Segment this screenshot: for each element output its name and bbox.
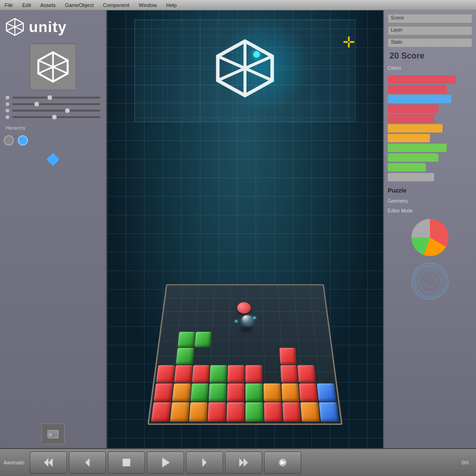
slider-thumb-3[interactable]	[65, 108, 70, 113]
svg-marker-19	[162, 458, 170, 468]
block-44	[227, 383, 245, 402]
menu-assets[interactable]: Assets	[39, 1, 58, 9]
scene-unity-logo-icon	[215, 38, 275, 99]
center-panel: ✛	[107, 10, 383, 448]
color-bar-2	[388, 95, 451, 103]
slider-track-4[interactable]	[12, 116, 100, 118]
block-49	[317, 383, 337, 402]
slider-thumb-4[interactable]	[52, 115, 57, 119]
menu-gameobject[interactable]: GameObject	[63, 1, 96, 9]
svg-marker-20	[203, 458, 207, 467]
color-bar-7	[388, 144, 447, 152]
block-16	[262, 331, 278, 347]
menu-help[interactable]: Help	[164, 1, 178, 9]
block-32	[192, 365, 210, 383]
unity-logo-area: unity	[4, 14, 102, 40]
block-8	[294, 316, 311, 331]
block-7	[278, 316, 294, 331]
right-field-layer[interactable]: Layer	[388, 26, 472, 35]
block-59	[319, 403, 339, 422]
toolbar-btn-forward-all[interactable]	[225, 451, 262, 474]
block-58	[301, 403, 320, 422]
game-board-container	[147, 248, 343, 425]
puzzle-section-title: Puzzle	[388, 185, 472, 195]
block-38	[298, 365, 316, 383]
svg-marker-17	[86, 458, 90, 467]
slider-track-3[interactable]	[12, 110, 100, 112]
svg-marker-16	[48, 458, 53, 467]
menu-file[interactable]: File	[3, 1, 15, 9]
block-41	[172, 383, 191, 402]
toolbar-btn-back-all[interactable]	[30, 451, 67, 474]
block-54	[226, 403, 245, 422]
move-icon[interactable]: ✛	[343, 33, 355, 51]
block-36	[263, 365, 280, 383]
blocks-layer	[149, 315, 341, 423]
svg-marker-21	[239, 458, 244, 467]
block-18	[295, 331, 312, 347]
color-row-10	[388, 172, 472, 182]
color-bar-10	[388, 173, 434, 181]
main-layout: unity	[0, 10, 476, 448]
toggle-circle-2[interactable]	[18, 135, 28, 145]
left-panel: unity	[0, 10, 107, 448]
toolbar-btn-play[interactable]	[147, 451, 184, 474]
color-row-7	[388, 143, 472, 152]
toolbar-btn-stop[interactable]	[108, 451, 145, 474]
color-bar-9	[388, 163, 426, 172]
bottom-toolbar: Aanimatio	[0, 448, 476, 476]
forward-all-icon	[237, 456, 250, 469]
play-icon	[159, 456, 172, 469]
slider-dot-2	[6, 102, 9, 106]
sub-label-1: Geometry	[388, 198, 472, 205]
game-scene: ✛	[107, 10, 383, 448]
block-20	[159, 348, 177, 364]
game-board	[147, 284, 343, 425]
color-row-8	[388, 153, 472, 162]
small-box[interactable]	[41, 423, 65, 444]
color-row-4	[388, 114, 472, 123]
toolbar-btn-back[interactable]	[69, 451, 106, 474]
slider-thumb-2[interactable]	[34, 102, 39, 106]
color-bar-3	[388, 105, 438, 113]
block-24	[228, 348, 245, 364]
block-26	[262, 348, 279, 364]
toolbar-btn-forward[interactable]	[186, 451, 223, 474]
menu-component[interactable]: Component	[101, 1, 131, 9]
color-row-0	[388, 75, 472, 84]
radar-ring-3	[423, 275, 436, 288]
svg-rect-10	[49, 433, 52, 436]
back-all-icon	[42, 456, 55, 469]
slider-track-2[interactable]	[12, 103, 100, 105]
toolbar-label: Aanimatio	[4, 460, 28, 465]
right-panel: Scene Layer Static 20 Score Colors Puzzl…	[383, 10, 476, 448]
block-27	[279, 348, 297, 364]
block-23	[211, 348, 228, 364]
slider-track-1[interactable]	[12, 97, 100, 99]
block-57	[282, 403, 301, 422]
forward-icon	[198, 456, 211, 469]
toolbar-btn-record[interactable]	[264, 451, 301, 474]
color-row-3	[388, 104, 472, 113]
diamond-icon	[46, 153, 60, 166]
color-row-6	[388, 133, 472, 143]
block-51	[170, 403, 190, 422]
menu-edit[interactable]: Edit	[20, 1, 33, 9]
block-31	[174, 365, 192, 383]
small-box-area	[4, 423, 102, 444]
right-field-scene[interactable]: Scene	[388, 14, 472, 23]
logo-box-icon	[37, 51, 69, 83]
sliders-section	[4, 94, 102, 121]
toggle-circle-1[interactable]	[4, 135, 14, 145]
panel-label: Hierarchy	[4, 125, 102, 132]
color-bar-6	[388, 134, 430, 142]
svg-rect-18	[123, 459, 130, 466]
menu-window[interactable]: Window	[137, 1, 159, 9]
right-field-static[interactable]: Static	[388, 38, 472, 47]
slider-thumb-1[interactable]	[47, 95, 52, 100]
block-52	[189, 403, 208, 422]
block-55	[245, 403, 264, 422]
block-2	[196, 316, 212, 331]
block-40	[153, 383, 173, 402]
block-37	[280, 365, 298, 383]
